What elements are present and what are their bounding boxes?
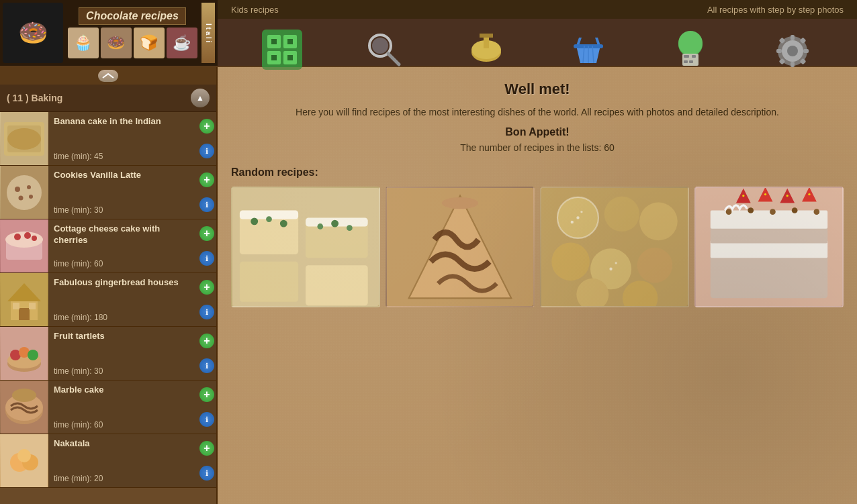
svg-point-41 [7,128,41,150]
nav-row [218,19,857,67]
svg-point-82 [266,217,272,223]
info-fruit-button[interactable] [199,358,214,373]
info-cookies-button[interactable] [199,197,214,212]
svg-point-115 [742,195,744,197]
recipe-list[interactable]: Banana cake in the Indian time (min): 45… [0,112,216,504]
svg-rect-26 [689,60,693,63]
recipe-actions-nakatala: + [197,434,216,487]
svg-rect-7 [271,55,277,60]
info-banana-button[interactable] [199,144,214,158]
recipe-name-gingerbread: Fabulous gingerbread houses [54,277,192,289]
svg-point-119 [726,209,732,215]
random-image-3[interactable] [540,187,689,307]
svg-point-21 [678,31,703,55]
svg-point-98 [637,248,672,283]
svg-point-51 [14,234,21,240]
svg-point-52 [24,232,31,239]
recipe-time-marble: time (min): 60 [54,420,192,430]
recipe-time-cookies: time (min): 30 [54,205,192,215]
thumb-bun[interactable]: 🍞 [134,28,165,58]
svg-point-29 [787,46,798,56]
app-logo[interactable]: 🍩 [3,3,63,63]
svg-point-85 [331,220,339,228]
search-svg [365,31,403,68]
recipe-count: The number of recipes in the lists: 60 [231,142,844,153]
svg-point-69 [12,389,36,402]
info-gingerbread-button[interactable] [199,305,214,319]
thumb-cup[interactable]: ☕ [167,28,197,58]
svg-rect-8 [287,55,293,60]
add-gingerbread-button[interactable]: + [199,280,214,295]
recipe-info-fruit: Fruit tartlets time (min): 30 [48,327,197,380]
add-fruit-button[interactable]: + [199,334,214,348]
random-section-title: Random recipes: [231,166,844,179]
recipe-time-cottage: time (min): 60 [54,259,192,268]
svg-point-53 [32,236,37,241]
random-image-4[interactable] [694,187,844,307]
add-cottage-button[interactable]: + [199,226,214,241]
recipe-info-banana: Banana cake in the Indian time (min): 45 [48,112,197,165]
recipe-actions-marble: + [197,381,216,434]
svg-rect-31 [791,62,795,67]
recipe-item-nakatala[interactable]: Nakatala time (min): 20 + [0,434,216,488]
recipe-item-gingerbread[interactable]: Fabulous gingerbread houses time (min): … [0,273,216,327]
scroll-up-button[interactable]: ▲ [191,89,210,107]
recipe-item-banana[interactable]: Banana cake in the Indian time (min): 45… [0,112,216,166]
svg-rect-78 [306,266,368,306]
kids-recipes-label: Kids recipes [231,5,279,15]
add-marble-button[interactable]: + [199,387,214,402]
svg-point-123 [813,209,819,215]
svg-point-83 [280,220,287,228]
svg-point-96 [551,243,590,281]
add-nakatala-button[interactable]: + [199,441,214,456]
random-image-1[interactable] [231,187,380,307]
recipe-thumb-marble [0,381,48,434]
svg-point-116 [764,193,766,195]
random-recipes-grid [231,187,844,307]
recipe-thumb-cookies [0,166,48,219]
thumb-cupcake[interactable]: 🧁 [68,28,99,58]
svg-point-102 [580,211,582,213]
random-image-2[interactable] [386,187,535,307]
svg-rect-58 [13,303,19,309]
svg-rect-30 [791,35,795,40]
svg-point-50 [5,232,43,248]
info-cottage-button[interactable] [199,251,214,266]
recipe-actions-cookies: + [197,166,216,219]
add-cookies-button[interactable]: + [199,172,214,187]
recipe-item-marble[interactable]: Marble cake time (min): 60 + [0,381,216,434]
svg-point-117 [786,195,788,197]
welcome-section: Well met! Here you will find recipes of … [231,81,844,153]
svg-point-44 [15,187,20,192]
sidebar-category-header: ( 11 ) Baking ▲ [0,85,216,112]
recipe-item-cottage[interactable]: Cottage cheese cake with cherries time (… [0,219,216,273]
svg-line-11 [388,54,399,64]
logo-emoji: 🍩 [18,19,48,47]
gingerbread-svg [1,273,48,326]
scroll-dot[interactable] [98,70,118,82]
banana-svg [1,112,48,165]
recipe-item-cookies[interactable]: Cookies Vanilla Latte time (min): 30 + [0,166,216,219]
svg-point-101 [576,217,579,219]
thumb-donut[interactable]: 🍩 [101,28,132,58]
recipe-time-gingerbread: time (min): 180 [54,313,192,322]
recipe-item-fruit[interactable]: Fruit tartlets time (min): 30 + [0,327,216,381]
settings-icon [774,32,811,72]
info-nakatala-button[interactable] [199,466,214,481]
strawberry-cake-svg [696,188,842,306]
app-title: Chocolate recipes [79,7,186,25]
recipe-name-nakatala: Nakatala [54,438,192,450]
svg-rect-107 [711,254,827,298]
nakatala-svg [1,434,48,487]
svg-point-105 [615,262,617,264]
svg-point-43 [7,175,42,210]
header-nav-wrapper: Kids recipes All recipes with step by st… [218,0,857,66]
recipe-info-marble: Marble cake time (min): 60 [48,381,197,434]
info-marble-button[interactable] [199,412,214,427]
recipe-info-nakatala: Nakatala time (min): 20 [48,434,197,487]
svg-point-84 [317,224,323,230]
svg-point-121 [770,209,776,215]
add-banana-button[interactable]: + [199,119,214,134]
header-thumbnails: 🧁 🍩 🍞 ☕ [68,28,197,58]
svg-rect-32 [776,49,782,53]
